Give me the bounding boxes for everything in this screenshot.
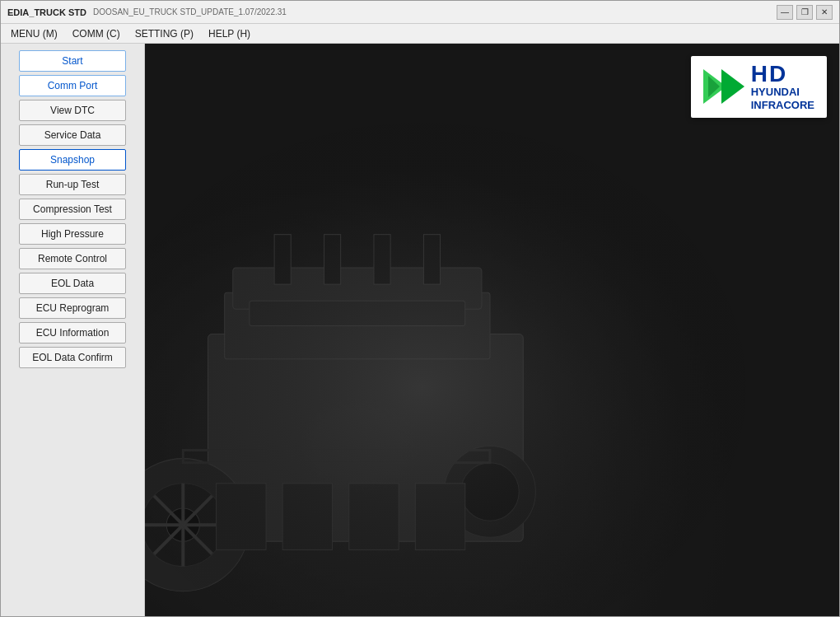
- title-bar-controls: — ❐ ✕: [777, 5, 833, 20]
- btn-start[interactable]: Start: [19, 50, 126, 72]
- title-bar-left: EDIA_TRUCK STD DOOSAN_EU_TRUCK STD_UPDAT…: [7, 7, 287, 17]
- logo-icon: [703, 69, 744, 104]
- minimize-button[interactable]: —: [777, 5, 793, 20]
- btn-view-dtc[interactable]: View DTC: [19, 100, 126, 121]
- logo-triangle-icon: [703, 69, 744, 104]
- close-button[interactable]: ✕: [816, 5, 833, 20]
- btn-comm-port[interactable]: Comm Port: [19, 75, 126, 96]
- brand-logo: HD HYUNDAI INFRACORE: [691, 56, 827, 118]
- btn-run-up-test[interactable]: Run-up Test: [19, 174, 126, 195]
- menu-item-setting[interactable]: SETTING (P): [128, 26, 200, 42]
- btn-remote-control[interactable]: Remote Control: [19, 248, 126, 269]
- btn-ecu-reprogram[interactable]: ECU Reprogram: [19, 297, 126, 319]
- window-title: EDIA_TRUCK STD: [7, 7, 86, 17]
- main-area: Start Comm Port View DTC Service Data Sn…: [1, 44, 839, 616]
- logo-text: HD HYUNDAI INFRACORE: [751, 63, 814, 111]
- svg-marker-25: [721, 69, 744, 104]
- engine-background: [145, 44, 839, 616]
- menu-item-menu[interactable]: MENU (M): [4, 26, 64, 42]
- title-bar: EDIA_TRUCK STD DOOSAN_EU_TRUCK STD_UPDAT…: [1, 1, 839, 24]
- menu-item-help[interactable]: HELP (H): [202, 26, 257, 42]
- logo-hd: HD: [751, 63, 814, 86]
- restore-button[interactable]: ❐: [796, 5, 813, 20]
- btn-eol-data-confirm[interactable]: EOL Data Confirm: [19, 347, 126, 368]
- menu-item-comm[interactable]: COMM (C): [66, 26, 127, 42]
- menu-bar: MENU (M) COMM (C) SETTING (P) HELP (H): [1, 24, 839, 44]
- btn-eol-data[interactable]: EOL Data: [19, 273, 126, 294]
- btn-ecu-information[interactable]: ECU Information: [19, 322, 126, 344]
- btn-snapshop[interactable]: Snapshop: [19, 149, 126, 171]
- btn-service-data[interactable]: Service Data: [19, 124, 126, 146]
- content-area: HD HYUNDAI INFRACORE: [145, 44, 839, 616]
- window-subtitle: DOOSAN_EU_TRUCK STD_UPDATE_1.07/2022.31: [93, 7, 287, 16]
- app-window: EDIA_TRUCK STD DOOSAN_EU_TRUCK STD_UPDAT…: [0, 0, 840, 617]
- sidebar: Start Comm Port View DTC Service Data Sn…: [1, 44, 145, 616]
- logo-infracore: INFRACORE: [751, 99, 814, 111]
- logo-hyundai: HYUNDAI: [751, 86, 814, 99]
- btn-high-pressure[interactable]: High Pressure: [19, 223, 126, 245]
- btn-compression-test[interactable]: Compression Test: [19, 199, 126, 220]
